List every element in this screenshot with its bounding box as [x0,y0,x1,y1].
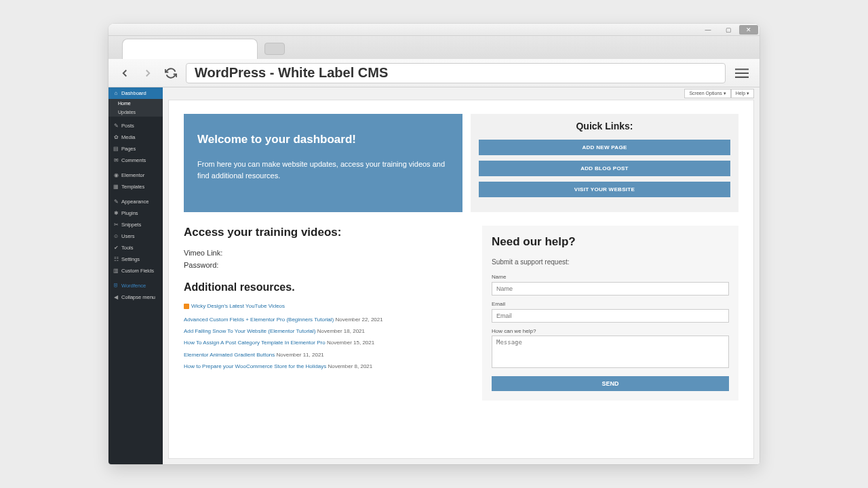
sidebar-collapse[interactable]: ◀Collapse menu [108,291,163,303]
vimeo-link-label: Vimeo Link: [184,249,469,257]
send-button[interactable]: SEND [492,376,729,391]
sidebar-item-media[interactable]: ✿Media [108,131,163,143]
sidebar-item-settings[interactable]: ☷Settings [108,253,163,265]
forward-button[interactable] [140,65,156,81]
list-item: Elementor Animated Gradient Buttons Nove… [184,351,469,359]
sidebar-label: Appearance [121,199,149,205]
browser-window: — ▢ ✕ WordPress - White Label CMS ⌂Dashb… [108,24,760,464]
add-new-page-button[interactable]: ADD NEW PAGE [479,140,730,155]
brush-icon: ✎ [113,199,119,205]
video-link[interactable]: Add Falling Snow To Your Website (Elemen… [184,328,315,334]
reload-button[interactable] [163,65,179,81]
wp-admin-sidebar: ⌂Dashboard Home Updates ✎Posts ✿Media ▤P… [108,87,163,464]
users-icon: ☺ [113,234,119,239]
message-label: How can we help? [492,328,729,334]
welcome-panel: Welcome to your dashboard! From here you… [184,114,462,212]
welcome-text: From here you can make website updates, … [197,159,449,181]
sidebar-item-dashboard[interactable]: ⌂Dashboard [108,87,163,99]
sidebar-item-pages[interactable]: ▤Pages [108,143,163,155]
post-date: November 11, 2021 [277,352,324,358]
sidebar-item-comments[interactable]: ✉Comments [108,155,163,166]
sidebar-item-tools[interactable]: ✔Tools [108,242,163,253]
sidebar-label: Comments [121,157,146,163]
sidebar-item-users[interactable]: ☺Users [108,230,163,242]
window-titlebar: — ▢ ✕ [108,24,760,36]
sidebar-label: Snippets [121,222,141,228]
video-link[interactable]: Elementor Animated Gradient Buttons [184,352,275,358]
video-link[interactable]: How to Prepare your WooCommerce Store fo… [184,363,326,369]
plugin-icon: ✱ [113,211,119,216]
dashboard-panel: Welcome to your dashboard! From here you… [168,100,754,459]
scissors-icon: ✂ [113,222,119,228]
collapse-icon: ◀ [113,295,119,300]
pin-icon: ✎ [113,123,119,129]
screen-options-bar: Screen Options ▾ Help ▾ [163,87,760,100]
rss-title-text: Wicky Design's Latest YouTube Videos [191,303,285,309]
post-date: November 15, 2021 [327,340,374,346]
sidebar-label: Wordfence [121,283,146,289]
settings-icon: ☷ [113,257,119,262]
help-tab-button[interactable]: Help ▾ [731,89,754,98]
new-tab-button[interactable] [264,43,285,55]
resources-title: Additional resources. [184,281,469,293]
sidebar-item-custom-fields[interactable]: ▥Custom Fields [108,265,163,277]
content-area: ⌂Dashboard Home Updates ✎Posts ✿Media ▤P… [108,87,760,464]
post-date: November 18, 2021 [317,328,365,334]
hamburger-menu-icon[interactable] [732,64,751,83]
maximize-button[interactable]: ▢ [719,25,738,35]
sidebar-label: Posts [121,123,134,129]
sidebar-label: Media [121,134,135,140]
sidebar-item-wordfence[interactable]: ⛨Wordfence [108,280,163,291]
address-bar[interactable]: WordPress - White Label CMS [186,63,726,83]
sidebar-item-snippets[interactable]: ✂Snippets [108,219,163,230]
minimize-button[interactable]: — [698,25,717,35]
email-label: Email [492,301,729,307]
sidebar-sub-home[interactable]: Home [108,99,163,108]
sidebar-item-posts[interactable]: ✎Posts [108,120,163,131]
welcome-title: Welcome to your dashboard! [197,133,449,146]
sidebar-item-templates[interactable]: ▦Templates [108,181,163,192]
name-label: Name [492,274,729,280]
sidebar-label: Elementor [121,172,144,178]
email-input[interactable] [492,309,729,323]
wrench-icon: ✔ [113,245,119,251]
back-button[interactable] [117,65,133,81]
media-icon: ✿ [113,135,119,140]
name-input[interactable] [492,282,729,296]
sidebar-label: Pages [121,146,136,152]
help-panel: Need our help? Submit a support request:… [482,226,738,401]
browser-toolbar: WordPress - White Label CMS [108,59,760,87]
sidebar-label: Settings [121,256,140,262]
message-textarea[interactable] [492,336,729,368]
video-link[interactable]: Advanced Custom Fields + Elementor Pro (… [184,317,334,323]
post-date: November 22, 2021 [335,317,382,323]
sidebar-label: Tools [121,245,134,251]
browser-tab[interactable] [122,39,258,59]
quick-links-title: Quick Links: [479,121,730,131]
sidebar-sub-updates[interactable]: Updates [108,108,163,117]
comment-icon: ✉ [113,158,119,163]
post-date: November 8, 2021 [328,363,372,369]
video-link[interactable]: How To Assign A Post Category Template I… [184,340,326,346]
dashboard-icon: ⌂ [113,91,119,96]
sidebar-item-appearance[interactable]: ✎Appearance [108,196,163,207]
templates-icon: ▦ [113,184,119,190]
shield-icon: ⛨ [113,283,119,289]
wp-main: Screen Options ▾ Help ▾ Welcome to your … [163,87,760,464]
visit-website-button[interactable]: VISIT YOUR WEBSITE [479,182,730,197]
sidebar-item-plugins[interactable]: ✱Plugins [108,207,163,219]
add-blog-post-button[interactable]: ADD BLOG POST [479,161,730,176]
elementor-icon: ◉ [113,173,119,178]
sidebar-item-elementor[interactable]: ◉Elementor [108,169,163,181]
password-label: Password: [184,261,469,269]
rss-feed-title[interactable]: Wicky Design's Latest YouTube Videos [184,303,469,309]
close-button[interactable]: ✕ [739,25,758,35]
sidebar-label: Users [121,233,135,239]
fields-icon: ▥ [113,268,119,274]
quick-links-panel: Quick Links: ADD NEW PAGE ADD BLOG POST … [471,114,738,212]
help-subtitle: Submit a support request: [492,258,729,266]
sidebar-label: Plugins [121,210,138,216]
sidebar-label: Templates [121,184,144,190]
screen-options-button[interactable]: Screen Options ▾ [684,89,730,98]
resources-panel: Access your training videos: Vimeo Link:… [184,226,469,401]
